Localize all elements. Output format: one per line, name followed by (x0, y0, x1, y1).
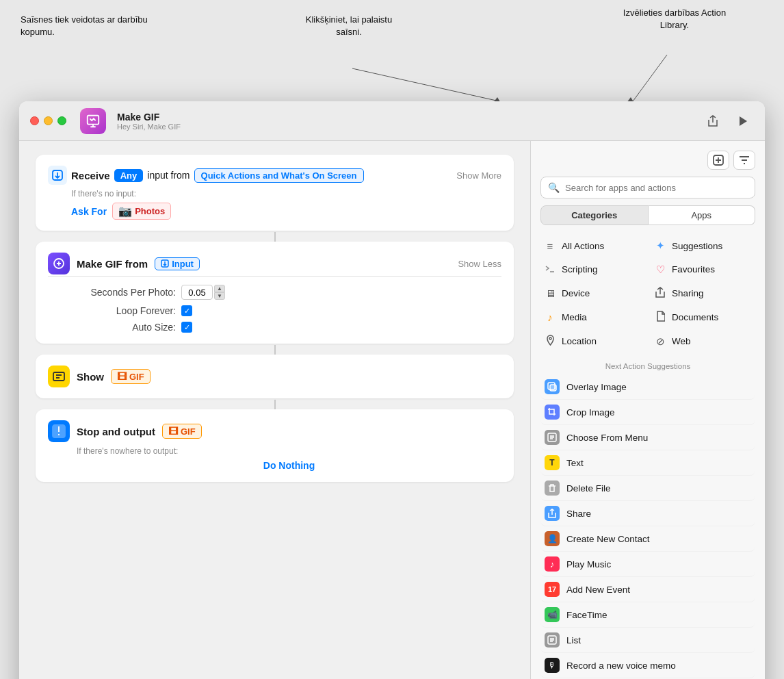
sugg-facetime[interactable]: 📹 FaceTime (540, 602, 755, 628)
cat-suggestions[interactable]: ✦ Suggestions (651, 235, 755, 257)
seconds-stepper[interactable]: ▲ ▼ (181, 285, 225, 300)
window-title: Make GIF (117, 112, 181, 123)
sugg-overlay-image[interactable]: Overlay Image (540, 374, 755, 400)
svg-marker-5 (740, 116, 747, 126)
receive-action: Receive Any input from Quick Actions and… (36, 155, 514, 231)
sugg-create-contact[interactable]: 👤 Create New Contact (540, 526, 755, 552)
cat-all-actions[interactable]: ≡ All Actions (540, 235, 645, 257)
make-gif-details: Seconds Per Photo: ▲ ▼ Loop Forever: (77, 285, 501, 333)
stop-icon (48, 420, 70, 442)
ask-for-btn[interactable]: Ask For (71, 206, 107, 217)
receive-action-wrapper: Receive Any input from Quick Actions and… (36, 155, 514, 232)
sugg-choose-menu-label: Choose From Menu (566, 433, 648, 443)
connector-1 (274, 232, 276, 242)
gif-token-stop[interactable]: 🎞 GIF (162, 424, 202, 439)
main-content: Receive Any input from Quick Actions and… (19, 141, 765, 679)
sugg-add-event[interactable]: 17 Add New Event (540, 577, 755, 602)
if-nowhere-label: If there's nowhere to output: (77, 446, 501, 456)
sugg-delete-file[interactable]: Delete File (540, 476, 755, 501)
close-button[interactable] (30, 116, 39, 125)
fullscreen-button[interactable] (57, 116, 66, 125)
sugg-voice-memo[interactable]: 🎙 Record a new voice memo (540, 653, 755, 678)
seconds-input[interactable] (181, 285, 213, 300)
show-less-btn[interactable]: Show Less (458, 259, 501, 269)
callout-center: Klikšķiniet, lai palaistu saīsni. (294, 14, 404, 38)
show-icon (48, 366, 70, 387)
sugg-choose-menu[interactable]: Choose From Menu (540, 425, 755, 450)
crop-image-icon (545, 405, 560, 420)
all-actions-icon: ≡ (543, 240, 557, 252)
web-icon: ⊘ (653, 335, 667, 348)
cat-device[interactable]: 🖥 Device (540, 282, 645, 305)
show-more-btn[interactable]: Show More (456, 170, 501, 181)
sugg-text[interactable]: T Text (540, 450, 755, 476)
connector-2 (274, 345, 276, 355)
input-token[interactable]: Input (155, 257, 200, 270)
add-action-btn[interactable] (707, 151, 729, 170)
cat-documents-label: Documents (672, 312, 718, 322)
tab-categories[interactable]: Categories (540, 205, 649, 225)
suggestions-icon: ✦ (653, 240, 667, 252)
cat-sharing-label: Sharing (672, 288, 704, 298)
filter-btn[interactable] (733, 151, 755, 170)
sugg-play-music[interactable]: ♪ Play Music (540, 552, 755, 577)
tab-apps[interactable]: Apps (649, 205, 756, 225)
scripting-icon (543, 263, 557, 276)
receive-icon (48, 166, 67, 185)
do-nothing-btn[interactable]: Do Nothing (77, 460, 501, 471)
share-button[interactable] (702, 112, 724, 131)
show-action-wrapper: Show 🎞 GIF (36, 355, 514, 400)
photos-token[interactable]: 📷 Photos (112, 203, 171, 220)
autosize-row: Auto Size: ✓ (77, 322, 501, 333)
categories-grid: ≡ All Actions ✦ Suggestions Scripting (540, 235, 755, 353)
cat-documents[interactable]: Documents (651, 306, 755, 329)
sugg-list-label: List (566, 635, 581, 645)
sugg-share[interactable]: Share (540, 501, 755, 526)
gif-token-show[interactable]: 🎞 GIF (111, 369, 151, 384)
sugg-facetime-label: FaceTime (566, 610, 607, 620)
search-input[interactable] (565, 183, 748, 193)
make-gif-header: Make GIF from Input Show Less (48, 253, 501, 274)
search-box: 🔍 (540, 177, 755, 198)
cat-scripting[interactable]: Scripting (540, 258, 645, 281)
callout-right: Izvēlieties darbības Action Library. (620, 7, 729, 31)
svg-line-0 (352, 68, 499, 101)
cat-media[interactable]: ♪ Media (540, 306, 645, 329)
autosize-checkbox[interactable]: ✓ (181, 322, 192, 333)
choose-menu-icon (545, 430, 560, 445)
stepper-down[interactable]: ▼ (214, 292, 225, 300)
window-subtitle: Hey Siri, Make GIF (117, 123, 181, 131)
sugg-list[interactable]: List (540, 628, 755, 653)
make-gif-label: Make GIF from (77, 258, 148, 270)
make-gif-icon (48, 253, 70, 274)
svg-rect-14 (550, 385, 556, 391)
actions-token[interactable]: Quick Actions and What's On Screen (194, 168, 364, 183)
stepper-up[interactable]: ▲ (214, 285, 225, 292)
svg-rect-9 (53, 372, 64, 381)
connector-3 (274, 400, 276, 409)
loop-checkbox[interactable]: ✓ (181, 305, 192, 316)
run-button[interactable] (732, 112, 754, 131)
sugg-create-contact-label: Create New Contact (566, 534, 650, 544)
cat-favourites[interactable]: ♡ Favourites (651, 258, 755, 281)
any-token[interactable]: Any (114, 169, 144, 182)
seconds-label: Seconds Per Photo: (77, 287, 176, 298)
facetime-icon: 📹 (545, 607, 560, 622)
show-label: Show (77, 371, 104, 383)
cat-sharing[interactable]: Sharing (651, 282, 755, 305)
sugg-text-label: Text (566, 458, 584, 468)
stepper-buttons: ▲ ▼ (214, 285, 225, 300)
workflow-panel: Receive Any input from Quick Actions and… (19, 141, 531, 679)
delete-file-icon (545, 481, 560, 496)
stop-action: Stop and output 🎞 GIF If there's nowhere… (36, 409, 514, 482)
cat-web[interactable]: ⊘ Web (651, 330, 755, 353)
make-gif-action: Make GIF from Input Show Less (36, 242, 514, 344)
ask-for-row: Ask For 📷 Photos (71, 203, 501, 220)
show-action: Show 🎞 GIF (36, 355, 514, 398)
minimize-button[interactable] (44, 116, 53, 125)
make-gif-action-wrapper: Make GIF from Input Show Less (36, 242, 514, 345)
actions-panel: 🔍 Categories Apps ≡ All Actions ✦ Sugges… (531, 141, 765, 679)
sugg-crop-image[interactable]: Crop Image (540, 400, 755, 425)
cat-location[interactable]: Location (540, 330, 645, 353)
title-info: Make GIF Hey Siri, Make GIF (117, 112, 181, 131)
